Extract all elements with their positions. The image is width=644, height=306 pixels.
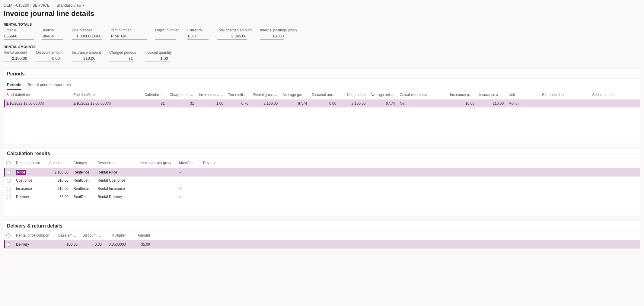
col-must-charge[interactable]: MustCharge bbox=[177, 158, 201, 168]
col-avg-net[interactable]: Average net pr… bbox=[368, 90, 397, 100]
row-select[interactable] bbox=[4, 240, 14, 248]
cell-amount: 210.00 bbox=[47, 185, 71, 193]
cell-charges-code: RentDel bbox=[71, 193, 95, 201]
radio-icon bbox=[6, 233, 11, 237]
cell-must-charge bbox=[177, 177, 201, 185]
col-component[interactable]: Rental price compone…↑ bbox=[14, 158, 47, 168]
col-dr-amount[interactable]: Amount bbox=[128, 231, 152, 240]
total-charged-label: Total charged amount bbox=[217, 28, 252, 32]
cell-calc-basis: Net bbox=[397, 100, 448, 108]
order-id-label: Order ID bbox=[4, 28, 34, 32]
object-number-field[interactable] bbox=[155, 33, 176, 40]
radio-icon bbox=[7, 195, 11, 199]
calc-row[interactable]: Cost price310.00RentCostRental Cost pric… bbox=[4, 177, 640, 185]
col-net-amount[interactable]: Net amount bbox=[339, 90, 368, 100]
cell-amount: 35.00 bbox=[47, 193, 71, 201]
col-end[interactable]: End date/time bbox=[71, 90, 142, 100]
cell-avg-gross: 67.74 bbox=[280, 100, 309, 108]
cell-dr-multiplier: 0.3500000 bbox=[104, 240, 128, 248]
currency-field[interactable] bbox=[187, 33, 209, 40]
row-select[interactable] bbox=[4, 177, 14, 185]
insurance-amount-field[interactable] bbox=[72, 56, 96, 62]
calc-row[interactable]: Price2,100.00RentPriceRental Price✓ bbox=[4, 168, 640, 177]
cell-dr-amount: 35.00 bbox=[128, 240, 152, 248]
dr-header-row: Rental price components Base amount Disc… bbox=[4, 231, 640, 240]
col-discount-amt[interactable]: Discount amo… bbox=[309, 90, 339, 100]
journal-field[interactable] bbox=[42, 33, 63, 40]
periods-row[interactable]: 1/10/2022 12:00:00 AM 2/10/2022 12:00:00… bbox=[4, 100, 640, 108]
calc-header-row: Rental price compone…↑ Amount in tra… Ch… bbox=[4, 158, 640, 168]
currency-label: Currency bbox=[187, 28, 209, 32]
rental-amounts-heading: RENTAL AMOUNTS bbox=[0, 44, 644, 50]
col-reversal[interactable]: Reversal bbox=[201, 158, 225, 168]
tab-periods[interactable]: Periods bbox=[7, 81, 21, 90]
row-select[interactable] bbox=[4, 193, 14, 201]
cell-charged-periods: 31 bbox=[167, 100, 196, 108]
delivery-return-grid: Rental price components Base amount Disc… bbox=[4, 231, 640, 249]
invoiced-quantity-field[interactable] bbox=[145, 56, 169, 62]
chevron-down-icon: ▾ bbox=[83, 4, 84, 7]
col-tier-mult[interactable]: Tier multiplier bbox=[226, 90, 251, 100]
row-select[interactable] bbox=[4, 185, 14, 193]
delivery-return-title: Delivery & return details bbox=[4, 221, 640, 231]
line-number-field[interactable] bbox=[72, 33, 102, 40]
col-dr-base[interactable]: Base amount bbox=[56, 231, 80, 240]
radio-icon bbox=[7, 242, 11, 247]
col-description[interactable]: Description bbox=[95, 158, 137, 168]
periods-tabs: Periods Rental price components bbox=[4, 79, 640, 90]
cell-amount: 310.00 bbox=[47, 177, 71, 185]
col-calc-basis[interactable]: Calculation basis bbox=[397, 90, 448, 100]
cell-dr-discount: 0.00 bbox=[80, 240, 104, 248]
col-select-all[interactable] bbox=[4, 158, 14, 168]
col-serial1[interactable]: Serial number bbox=[540, 90, 590, 100]
col-start[interactable]: Start date/time bbox=[4, 90, 71, 100]
cell-component: Delivery bbox=[14, 193, 47, 201]
col-rental-gross[interactable]: Rental gross a… bbox=[251, 90, 280, 100]
dr-row[interactable]: Delivery 100.00 0.00 0.3500000 35.00 bbox=[4, 240, 640, 248]
invoiced-quantity-label: Invoiced quantity bbox=[145, 50, 172, 55]
rental-amounts-fields: Rental amount Discount amount Insurance … bbox=[0, 50, 644, 66]
col-invoiced-qty[interactable]: Invoiced quant… bbox=[196, 90, 226, 100]
rental-amount-field[interactable] bbox=[4, 56, 28, 62]
cell-must-charge: ✓ bbox=[177, 193, 201, 201]
cell-description: Rental Cost price bbox=[95, 177, 137, 185]
discount-amount-field[interactable] bbox=[36, 56, 60, 62]
col-dr-discount[interactable]: Discount amo… bbox=[80, 231, 104, 240]
calc-results-panel: Calculation results Rental price compone… bbox=[4, 148, 640, 216]
calc-row[interactable]: Delivery35.00RentDelRental Delivery✓ bbox=[4, 193, 640, 201]
order-id-field[interactable] bbox=[4, 33, 34, 40]
col-dr-multiplier[interactable]: Multiplier bbox=[104, 231, 128, 240]
cell-charges-code: RentPrice bbox=[71, 168, 95, 177]
cell-charges-code: RentInsur bbox=[71, 185, 95, 193]
item-number-field[interactable] bbox=[110, 33, 147, 40]
periods-grid: Start date/time End date/time Calendar d… bbox=[4, 90, 640, 144]
breadcrumb: DEMF-015260 : SERVICE | Standard view ▾ bbox=[0, 3, 644, 9]
col-amount-tr[interactable]: Amount in tra… bbox=[47, 158, 71, 168]
separator: | bbox=[53, 3, 53, 8]
cell-serial1 bbox=[540, 100, 590, 108]
radio-icon bbox=[7, 187, 11, 191]
col-ins-perc[interactable]: Insurance perc… bbox=[448, 90, 477, 100]
total-charged-field[interactable] bbox=[217, 33, 247, 40]
view-selector[interactable]: Standard view ▾ bbox=[57, 3, 84, 8]
internal-postings-field[interactable] bbox=[260, 33, 284, 40]
col-unit[interactable]: Unit bbox=[506, 90, 540, 100]
charged-periods-field[interactable] bbox=[109, 56, 133, 62]
periods-title: Periods bbox=[4, 69, 640, 79]
col-serial2[interactable]: Serial number bbox=[590, 90, 640, 100]
col-calendar-days[interactable]: Calendar days bbox=[142, 90, 167, 100]
cell-start: 1/10/2022 12:00:00 AM bbox=[4, 100, 71, 108]
col-select-all-dr[interactable] bbox=[4, 231, 14, 240]
col-charged-periods[interactable]: Charged periods bbox=[167, 90, 196, 100]
col-charges-code[interactable]: Charges code bbox=[71, 158, 95, 168]
col-item-tax[interactable]: Item sales tax group bbox=[137, 158, 177, 168]
col-dr-component[interactable]: Rental price components bbox=[14, 231, 56, 240]
cell-component: Price bbox=[14, 168, 47, 177]
col-avg-gross[interactable]: Average gross … bbox=[280, 90, 309, 100]
cell-description: Rental Price bbox=[95, 168, 137, 177]
row-select[interactable] bbox=[4, 168, 14, 177]
calc-row[interactable]: Insurance210.00RentInsurRental Insurance… bbox=[4, 185, 640, 193]
object-number-label: Object number bbox=[155, 28, 179, 32]
col-ins-amt[interactable]: Insurance amo… bbox=[477, 90, 506, 100]
tab-rental-price-components[interactable]: Rental price components bbox=[27, 81, 71, 90]
